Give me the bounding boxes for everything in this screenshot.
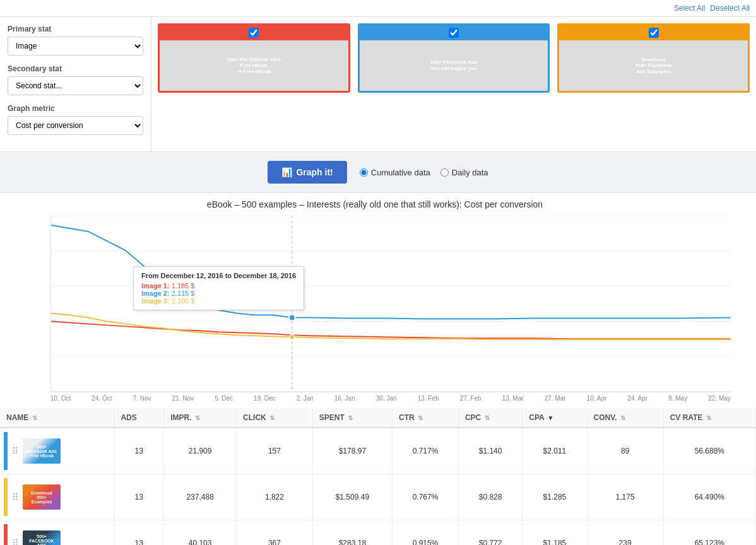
cell-cpc-2: $0.828: [458, 474, 522, 520]
checkbox-bar-2: [360, 25, 548, 40]
row-color-group-3: ⠿ 500+FACEBOOK ADSeBook: [4, 524, 107, 545]
table-row: ⠿ 500+Facebook AdsFree eBook 13 21,909 1…: [0, 428, 756, 474]
image-card-2[interactable]: 500+ Facebook Adsthat will inspire you: [358, 23, 550, 93]
col-ctr[interactable]: CTR ⇅: [393, 408, 459, 428]
x-axis: 10. Oct 24. Oct 7. Nov 21. Nov 5. Dec 19…: [50, 392, 731, 402]
chart-icon: 📊: [281, 167, 292, 177]
data-table: NAME ⇅ ADS IMPR. ⇅ CLICK ⇅ SPENT ⇅ CTR ⇅…: [0, 408, 756, 545]
cell-spent-2: $1,509.49: [312, 474, 392, 520]
image-thumb-1: 500+ FACEBOOK ADSFree eBook➜ Free eBook: [160, 40, 348, 91]
col-cvrate[interactable]: CV RATE ⇅: [663, 408, 755, 428]
cell-click-2: 1,822: [237, 474, 313, 520]
svg-point-7: [289, 314, 295, 320]
secondary-stat-select[interactable]: Second stat...: [8, 76, 143, 95]
cell-ctr-1: 0.717%: [393, 428, 459, 474]
primary-stat-label: Primary stat: [8, 25, 143, 33]
chart-title: eBook – 500 examples – Interests (really…: [6, 199, 743, 209]
drag-handle-3[interactable]: ⠿: [8, 538, 23, 545]
cell-click-3: 367: [237, 520, 313, 546]
cell-cvrate-3: 65.123%: [663, 520, 755, 546]
row-color-group-1: ⠿ 500+Facebook AdsFree eBook: [4, 432, 107, 470]
cumulative-radio[interactable]: [360, 168, 368, 177]
cell-spent-3: $283.18: [312, 520, 392, 546]
cell-cpa-3: $1.185: [523, 520, 587, 546]
svg-point-8: [290, 334, 295, 339]
graph-it-button[interactable]: 📊 Graph it!: [268, 161, 346, 184]
cell-ads-1: 13: [114, 428, 164, 474]
ad-thumb-2: Download500+Examples: [23, 484, 61, 510]
table-header: NAME ⇅ ADS IMPR. ⇅ CLICK ⇅ SPENT ⇅ CTR ⇅…: [0, 408, 756, 428]
image-checkbox-2[interactable]: [449, 28, 459, 38]
cell-ctr-3: 0.915%: [393, 520, 459, 546]
drag-handle-1[interactable]: ⠿: [8, 446, 23, 456]
right-panel: 500+ FACEBOOK ADSFree eBook➜ Free eBook …: [151, 17, 756, 151]
table-body: ⠿ 500+Facebook AdsFree eBook 13 21,909 1…: [0, 428, 756, 545]
col-ads: ADS: [114, 408, 164, 428]
cell-cpc-1: $1.140: [458, 428, 522, 474]
deselect-all-link[interactable]: Deselect All: [710, 4, 750, 13]
top-bar: Select All Deselect All: [0, 0, 756, 17]
row-color-group-2: ⠿ Download500+Examples: [4, 478, 107, 516]
col-conv[interactable]: CONV. ⇅: [587, 408, 663, 428]
table-row: ⠿ Download500+Examples 13 237,488 1,822 …: [0, 474, 756, 520]
radio-group: Cumulative data Daily data: [360, 168, 488, 177]
main-layout: Primary stat Image Secondary stat Second…: [0, 17, 756, 151]
checkbox-bar-3: [559, 25, 748, 40]
image-thumb-2: 500+ Facebook Adsthat will inspire you: [360, 40, 548, 91]
secondary-stat-label: Secondary stat: [8, 64, 143, 73]
table-row: ⠿ 500+FACEBOOK ADSeBook 13 40,103 367 $2…: [0, 520, 756, 546]
cell-impr-1: 21,909: [164, 428, 237, 474]
image-card-3[interactable]: Download500+ FacebookAds Examples: [557, 23, 750, 93]
cell-cpa-1: $2.011: [523, 428, 587, 474]
graph-metric-select[interactable]: Cost per conversion: [8, 116, 143, 135]
image-checkbox-3[interactable]: [649, 28, 659, 38]
cell-conv-2: 1,175: [587, 474, 663, 520]
chart-svg: [51, 216, 731, 392]
chart-area: From December 12, 2016 to December 18, 2…: [50, 216, 731, 392]
cumulative-option[interactable]: Cumulative data: [360, 168, 430, 177]
col-cpc[interactable]: CPC ⇅: [458, 408, 522, 428]
image-checkbox-1[interactable]: [249, 28, 259, 38]
cell-ads-2: 13: [114, 474, 164, 520]
header-row: NAME ⇅ ADS IMPR. ⇅ CLICK ⇅ SPENT ⇅ CTR ⇅…: [0, 408, 756, 428]
cell-spent-1: $178.97: [312, 428, 392, 474]
cell-ads-3: 13: [114, 520, 164, 546]
cell-cpc-3: $0.772: [458, 520, 522, 546]
images-row: 500+ FACEBOOK ADSFree eBook➜ Free eBook …: [158, 23, 750, 93]
ad-thumb-3: 500+FACEBOOK ADSeBook: [23, 530, 61, 545]
image-card-1[interactable]: 500+ FACEBOOK ADSFree eBook➜ Free eBook: [158, 23, 350, 93]
daily-option[interactable]: Daily data: [440, 168, 488, 177]
col-cpa[interactable]: CPA ▼: [523, 408, 587, 428]
cell-cpa-2: $1.285: [523, 474, 587, 520]
cell-cvrate-2: 64.490%: [663, 474, 755, 520]
checkbox-bar-1: [160, 25, 348, 40]
cell-click-1: 157: [237, 428, 313, 474]
col-impr[interactable]: IMPR. ⇅: [164, 408, 237, 428]
left-panel: Primary stat Image Secondary stat Second…: [0, 17, 151, 151]
cell-impr-3: 40,103: [164, 520, 237, 546]
chart-container: eBook – 500 examples – Interests (really…: [0, 193, 756, 408]
graph-bar: 📊 Graph it! Cumulative data Daily data: [0, 151, 756, 193]
image-thumb-3: Download500+ FacebookAds Examples: [559, 40, 748, 91]
daily-radio[interactable]: [440, 168, 449, 177]
cell-impr-2: 237,488: [164, 474, 237, 520]
primary-stat-select[interactable]: Image: [8, 37, 143, 56]
drag-handle-2[interactable]: ⠿: [8, 492, 23, 502]
select-all-link[interactable]: Select All: [674, 4, 705, 13]
cell-conv-1: 89: [587, 428, 663, 474]
col-spent[interactable]: SPENT ⇅: [312, 408, 392, 428]
col-name[interactable]: NAME ⇅: [0, 408, 114, 428]
cell-ctr-2: 0.767%: [393, 474, 459, 520]
ad-thumb-1: 500+Facebook AdsFree eBook: [23, 438, 61, 464]
graph-metric-label: Graph metric: [8, 104, 143, 113]
y-axis: 5,000 $ 4,000 $ 3,000 $ 2,000 $ 1,000 $ …: [0, 216, 1, 402]
data-table-wrapper: NAME ⇅ ADS IMPR. ⇅ CLICK ⇅ SPENT ⇅ CTR ⇅…: [0, 408, 756, 545]
cell-cvrate-1: 56.688%: [663, 428, 755, 474]
col-click[interactable]: CLICK ⇅: [237, 408, 313, 428]
cell-conv-3: 239: [587, 520, 663, 546]
